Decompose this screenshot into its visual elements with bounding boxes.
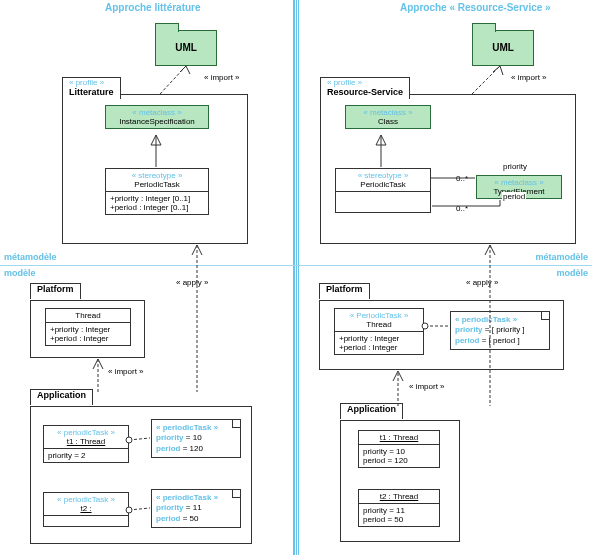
t2-instance-right: t2 : Thread priority = 11period = 50 bbox=[358, 489, 440, 527]
literature-tab: « profile » Litterature bbox=[62, 77, 121, 99]
t2-instance-left: « periodicTask »t2 : bbox=[43, 492, 129, 527]
application-pkg-left: Application « periodicTask »t1 : Thread … bbox=[30, 406, 252, 544]
platform-tab-right: Platform bbox=[319, 283, 370, 299]
import-label-2: « import » bbox=[510, 73, 548, 82]
approach-right-title: Approche « Resource-Service » bbox=[400, 2, 551, 13]
t1-instance-left: « periodicTask »t1 : Thread priority = 2 bbox=[43, 425, 129, 463]
approach-left-title: Approche littérature bbox=[105, 2, 201, 13]
t2-note-left: « periodicTask » priority = 11 period = … bbox=[151, 489, 241, 528]
model-label-left: modèle bbox=[4, 268, 36, 278]
uml-label: UML bbox=[156, 42, 216, 53]
uml-label-right: UML bbox=[473, 42, 533, 53]
application-tab-left: Application bbox=[30, 389, 93, 405]
platform-pkg-left: Platform Thread +priority : Integer+peri… bbox=[30, 300, 145, 358]
resource-service-tab: « profile » Resource-Service bbox=[320, 77, 410, 99]
resource-service-profile: « profile » Resource-Service « metaclass… bbox=[320, 94, 576, 244]
thread-note-right: « periodicTask » priority = [ priority ]… bbox=[450, 311, 550, 350]
t1-instance-right: t1 : Thread priority = 10period = 120 bbox=[358, 430, 440, 468]
metamodel-label-right: métamodèle bbox=[535, 252, 588, 262]
vertical-separator bbox=[293, 0, 299, 555]
apply-label-right: « apply » bbox=[465, 278, 499, 287]
apply-label-left: « apply » bbox=[175, 278, 209, 287]
application-tab-right: Application bbox=[340, 403, 403, 419]
literature-profile: « profile » Litterature « metaclass »Ins… bbox=[62, 94, 248, 244]
uml-package-right: UML bbox=[472, 30, 534, 66]
periodictask-stereotype-left: « stereotype »PeriodicTask +priority : I… bbox=[105, 168, 209, 215]
assoc-priority: priority bbox=[502, 162, 528, 171]
periodictask-stereotype-right: « stereotype »PeriodicTask bbox=[335, 168, 431, 213]
platform-pkg-right: Platform « PeriodicTask »Thread +priorit… bbox=[319, 300, 564, 370]
mult-2: 0..* bbox=[455, 204, 469, 213]
import-label-3: « import » bbox=[107, 367, 145, 376]
assoc-period: period bbox=[502, 192, 526, 201]
class-metaclass: « metaclass »Class bbox=[345, 105, 431, 129]
instance-spec-metaclass: « metaclass »InstanceSpecification bbox=[105, 105, 209, 129]
import-label-1: « import » bbox=[203, 73, 241, 82]
thread-class-right: « PeriodicTask »Thread +priority : Integ… bbox=[334, 308, 424, 355]
metamodel-line bbox=[0, 265, 592, 266]
metamodel-label-left: métamodèle bbox=[4, 252, 57, 262]
import-label-4: « import » bbox=[408, 382, 446, 391]
mult-1: 0..* bbox=[455, 174, 469, 183]
thread-class-left: Thread +priority : Integer+period : Inte… bbox=[45, 308, 131, 346]
uml-package-left: UML bbox=[155, 30, 217, 66]
platform-tab-left: Platform bbox=[30, 283, 81, 299]
model-label-right: modèle bbox=[556, 268, 588, 278]
t1-note-left: « periodicTask » priority = 10 period = … bbox=[151, 419, 241, 458]
application-pkg-right: Application t1 : Thread priority = 10per… bbox=[340, 420, 460, 542]
